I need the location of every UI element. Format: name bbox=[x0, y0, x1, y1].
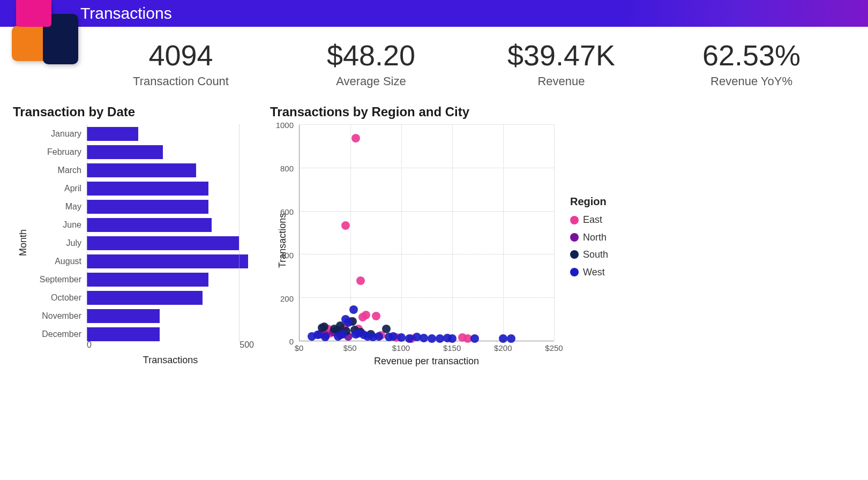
scatter-gridline-h bbox=[300, 254, 554, 254]
kpi-revenue-yoy[interactable]: 62.53% Revenue YoY% bbox=[656, 40, 847, 88]
kpi-label: Revenue YoY% bbox=[656, 74, 847, 88]
bar-fill[interactable] bbox=[87, 254, 248, 268]
kpi-value: $48.20 bbox=[276, 40, 466, 71]
kpi-row: 4094 Transaction Count $48.20 Average Si… bbox=[0, 27, 868, 94]
bar-fill[interactable] bbox=[87, 182, 208, 196]
scatter-point[interactable] bbox=[420, 334, 428, 342]
kpi-label: Average Size bbox=[276, 74, 466, 88]
bar-row[interactable]: June bbox=[13, 216, 254, 234]
scatter-point[interactable] bbox=[358, 313, 367, 321]
scatter-point[interactable] bbox=[349, 305, 358, 314]
bar-fill[interactable] bbox=[87, 327, 160, 341]
legend-item[interactable]: West bbox=[570, 264, 634, 281]
bar-row[interactable]: October bbox=[13, 289, 254, 307]
legend-label: West bbox=[583, 264, 605, 281]
kpi-value: 4094 bbox=[86, 40, 276, 71]
bar-category-label: June bbox=[13, 220, 87, 230]
bar-fill[interactable] bbox=[87, 273, 208, 287]
bar-track bbox=[87, 254, 254, 268]
legend-item[interactable]: North bbox=[570, 229, 634, 246]
bar-category-label: May bbox=[13, 202, 87, 212]
scatter-point[interactable] bbox=[320, 322, 328, 331]
scatter-legend: Region EastNorthSouthWest bbox=[570, 196, 634, 281]
kpi-revenue[interactable]: $39.47K Revenue bbox=[466, 40, 656, 88]
scatter-point[interactable] bbox=[356, 276, 365, 285]
scatter-point[interactable] bbox=[499, 334, 507, 343]
scatter-point[interactable] bbox=[341, 221, 350, 230]
kpi-label: Transaction Count bbox=[86, 74, 276, 88]
bar-chart-title: Transaction by Date bbox=[13, 104, 254, 119]
bar-fill[interactable] bbox=[87, 309, 160, 323]
bar-category-label: August bbox=[13, 257, 87, 266]
bar-track bbox=[87, 182, 254, 196]
scatter-gridline-v bbox=[503, 125, 504, 341]
kpi-label: Revenue bbox=[466, 74, 656, 88]
scatter-point[interactable] bbox=[321, 333, 330, 341]
scatter-point[interactable] bbox=[448, 334, 457, 343]
logo-block-pink bbox=[16, 0, 51, 27]
scatter-x-tick: $50 bbox=[343, 343, 357, 352]
kpi-value: $39.47K bbox=[466, 40, 656, 71]
scatter-point[interactable] bbox=[382, 325, 391, 333]
bar-track bbox=[87, 145, 254, 159]
kpi-transaction-count[interactable]: 4094 Transaction Count bbox=[86, 40, 276, 88]
bar-track bbox=[87, 163, 254, 177]
scatter-point[interactable] bbox=[375, 332, 383, 341]
bar-row[interactable]: May bbox=[13, 198, 254, 216]
bar-row[interactable]: August bbox=[13, 252, 254, 271]
scatter-point[interactable] bbox=[344, 318, 353, 327]
legend-item[interactable]: East bbox=[570, 211, 634, 228]
scatter-gridline-h bbox=[300, 168, 554, 168]
bar-track bbox=[87, 127, 254, 141]
bar-category-label: February bbox=[13, 147, 87, 157]
scatter-point[interactable] bbox=[372, 312, 380, 320]
bar-row[interactable]: February bbox=[13, 143, 254, 161]
bar-fill[interactable] bbox=[87, 218, 212, 232]
bar-fill[interactable] bbox=[87, 236, 239, 250]
legend-label: North bbox=[583, 229, 607, 246]
scatter-point[interactable] bbox=[338, 330, 347, 339]
legend-dot-icon bbox=[570, 216, 579, 224]
kpi-value: 62.53% bbox=[656, 40, 847, 71]
bar-fill[interactable] bbox=[87, 200, 208, 214]
kpi-average-size[interactable]: $48.20 Average Size bbox=[276, 40, 466, 88]
scatter-y-tick: 1000 bbox=[270, 121, 294, 130]
bar-row[interactable]: September bbox=[13, 271, 254, 289]
bar-category-label: March bbox=[13, 166, 87, 175]
scatter-point[interactable] bbox=[351, 134, 360, 142]
scatter-gridline-h bbox=[300, 211, 554, 212]
bar-track bbox=[87, 200, 254, 214]
scatter-chart-xlabel: Revenue per transaction bbox=[299, 356, 554, 367]
bar-category-label: October bbox=[13, 293, 87, 303]
bar-fill[interactable] bbox=[87, 291, 203, 305]
charts-row: Transaction by Date Month JanuaryFebruar… bbox=[0, 94, 868, 371]
scatter-chart-card[interactable]: Transactions by Region and City Transact… bbox=[270, 104, 634, 366]
scatter-gridline-v bbox=[401, 125, 402, 341]
bar-row[interactable]: March bbox=[13, 161, 254, 179]
bar-row[interactable]: April bbox=[13, 179, 254, 198]
scatter-point[interactable] bbox=[470, 334, 479, 343]
scatter-y-tick: 800 bbox=[270, 164, 294, 173]
scatter-point[interactable] bbox=[397, 333, 406, 342]
scatter-y-tick: 200 bbox=[270, 294, 294, 303]
bar-category-label: September bbox=[13, 275, 87, 284]
bar-row[interactable]: November bbox=[13, 307, 254, 325]
bar-fill[interactable] bbox=[87, 127, 138, 141]
scatter-x-tick: $100 bbox=[392, 343, 410, 352]
bar-category-label: November bbox=[13, 311, 87, 321]
bar-chart-card[interactable]: Transaction by Date Month JanuaryFebruar… bbox=[13, 104, 254, 366]
bar-row[interactable]: July bbox=[13, 234, 254, 252]
legend-title: Region bbox=[570, 196, 634, 208]
logo-block-orange bbox=[12, 26, 47, 61]
legend-item[interactable]: South bbox=[570, 246, 634, 263]
bar-track bbox=[87, 327, 254, 341]
bar-fill[interactable] bbox=[87, 145, 163, 159]
bar-gridline bbox=[87, 125, 87, 342]
bar-track bbox=[87, 236, 254, 250]
scatter-point[interactable] bbox=[428, 334, 436, 343]
scatter-point[interactable] bbox=[389, 332, 398, 341]
bar-row[interactable]: January bbox=[13, 125, 254, 143]
scatter-point[interactable] bbox=[507, 334, 515, 343]
bar-fill[interactable] bbox=[87, 163, 196, 177]
bar-x-tick: 0 bbox=[87, 340, 92, 350]
